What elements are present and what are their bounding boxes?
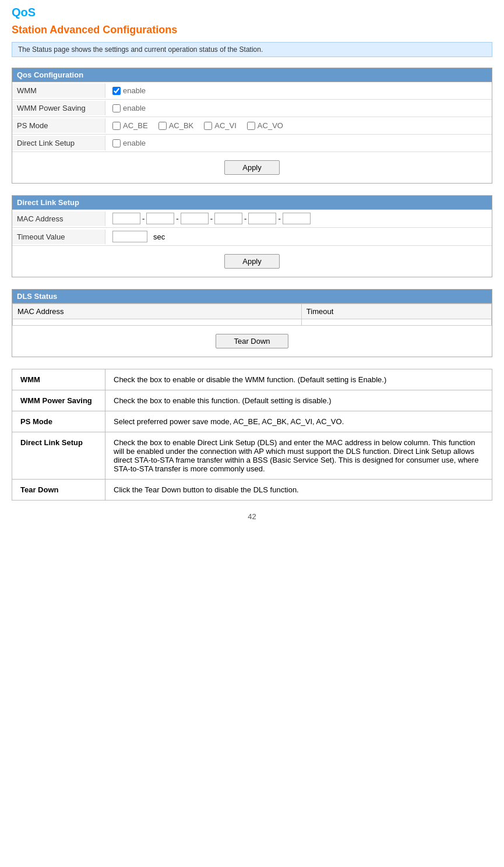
dls-timeout-cell xyxy=(301,319,491,326)
desc-row: WMM Power SavingCheck the box to enable … xyxy=(12,390,492,411)
wmm-power-saving-enable-text: enable xyxy=(123,104,146,112)
wmm-value: enable xyxy=(105,83,492,98)
wmm-power-saving-label: WMM Power Saving xyxy=(12,101,105,115)
mac-address-row: MAC Address - - - - - xyxy=(12,210,492,228)
page-number: 42 xyxy=(12,512,492,521)
mac-address-label: MAC Address xyxy=(12,212,105,226)
desc-term: Tear Down xyxy=(12,480,105,501)
ps-mode-label: PS Mode xyxy=(12,118,105,133)
ps-mode-ac-be-checkbox[interactable] xyxy=(112,122,121,130)
mac-input-6[interactable] xyxy=(283,213,311,224)
ps-mode-ac-bk-checkbox[interactable] xyxy=(158,122,167,130)
mac-input-4[interactable] xyxy=(214,213,242,224)
direct-link-setup-header: Direct Link Setup xyxy=(12,196,492,210)
desc-term: Direct Link Setup xyxy=(12,432,105,480)
mac-input-2[interactable] xyxy=(146,213,174,224)
qos-config-box: Qos Configuration WMM enable WMM Power S… xyxy=(12,68,492,184)
wmm-power-saving-row: WMM Power Saving enable xyxy=(12,100,492,117)
dls-status-box: DLS Status MAC Address Timeout Tear Down xyxy=(12,289,492,357)
timeout-value-value: sec xyxy=(105,228,492,245)
ps-mode-ac-vo-label: AC_VO xyxy=(258,121,283,130)
direct-link-setup-enable-text: enable xyxy=(123,139,146,147)
desc-definition: Check the box to enable or disable the W… xyxy=(105,369,492,390)
direct-link-setup-value: enable xyxy=(105,136,492,150)
desc-term: PS Mode xyxy=(12,411,105,432)
page-title: QoS xyxy=(12,6,492,19)
teardown-btn-container: Tear Down xyxy=(12,326,492,357)
mac-input-3[interactable] xyxy=(181,213,209,224)
ps-mode-ac-vi-label: AC_VI xyxy=(214,121,237,130)
wmm-enable-text: enable xyxy=(123,86,146,95)
direct-link-setup-label: Direct Link Setup xyxy=(12,136,105,150)
desc-definition: Select preferred power save mode, AC_BE,… xyxy=(105,411,492,432)
desc-term: WMM xyxy=(12,369,105,390)
desc-row: PS ModeSelect preferred power save mode,… xyxy=(12,411,492,432)
dls-mac-col-header: MAC Address xyxy=(13,304,302,319)
mac-input-5[interactable] xyxy=(248,213,276,224)
desc-term: WMM Power Saving xyxy=(12,390,105,411)
desc-row: Tear DownClick the Tear Down button to d… xyxy=(12,480,492,501)
direct-link-setup-row: Direct Link Setup enable xyxy=(12,135,492,152)
desc-definition: Check the box to enable this function. (… xyxy=(105,390,492,411)
ps-mode-ac-vo-checkbox[interactable] xyxy=(247,122,255,130)
section-title: Station Advanced Configurations xyxy=(12,24,492,36)
timeout-unit: sec xyxy=(153,232,165,241)
dls-apply-btn-container: Apply xyxy=(12,246,492,277)
qos-config-header: Qos Configuration xyxy=(12,68,492,82)
direct-link-setup-box: Direct Link Setup MAC Address - - - - - … xyxy=(12,195,492,277)
dls-status-header: DLS Status xyxy=(12,290,492,304)
wmm-power-saving-checkbox[interactable] xyxy=(112,104,121,112)
ps-mode-ac-vi-checkbox[interactable] xyxy=(204,122,212,130)
desc-definition: Click the Tear Down button to disable th… xyxy=(105,480,492,501)
ps-mode-ac-be-label: AC_BE xyxy=(123,121,148,130)
qos-apply-btn-container: Apply xyxy=(12,152,492,183)
desc-row: WMMCheck the box to enable or disable th… xyxy=(12,369,492,390)
dls-status-table: MAC Address Timeout xyxy=(12,304,492,326)
dls-apply-button[interactable]: Apply xyxy=(224,254,280,269)
info-bar: The Status page shows the settings and c… xyxy=(12,42,492,57)
mac-input-1[interactable] xyxy=(112,213,140,224)
ps-mode-value: AC_BE AC_BK AC_VI AC_VO xyxy=(105,118,492,133)
dls-mac-cell xyxy=(13,319,302,326)
dls-timeout-col-header: Timeout xyxy=(301,304,491,319)
timeout-value-label: Timeout Value xyxy=(12,230,105,244)
teardown-button[interactable]: Tear Down xyxy=(216,334,288,348)
wmm-power-saving-value: enable xyxy=(105,101,492,115)
description-table: WMMCheck the box to enable or disable th… xyxy=(12,369,492,501)
desc-row: Direct Link SetupCheck the box to enable… xyxy=(12,432,492,480)
direct-link-setup-checkbox[interactable] xyxy=(112,139,121,147)
qos-apply-button[interactable]: Apply xyxy=(224,160,280,175)
mac-address-value: - - - - - xyxy=(105,210,492,227)
desc-definition: Check the box to enable Direct Link Setu… xyxy=(105,432,492,480)
ps-mode-row: PS Mode AC_BE AC_BK AC_VI AC_VO xyxy=(12,117,492,135)
timeout-value-row: Timeout Value sec xyxy=(12,228,492,246)
wmm-row: WMM enable xyxy=(12,82,492,100)
dls-status-row xyxy=(13,319,492,326)
ps-mode-ac-bk-label: AC_BK xyxy=(169,121,194,130)
wmm-checkbox[interactable] xyxy=(112,87,121,95)
timeout-input[interactable] xyxy=(112,231,147,242)
wmm-label: WMM xyxy=(12,83,105,98)
